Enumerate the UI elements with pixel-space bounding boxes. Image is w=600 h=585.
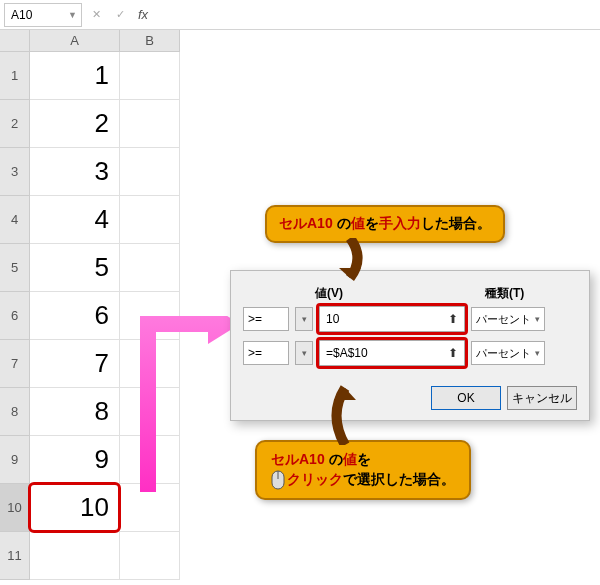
chevron-down-icon: ▾ [302, 348, 307, 358]
table-row: 11 [0, 52, 600, 100]
table-row: 33 [0, 148, 600, 196]
cell[interactable] [120, 340, 180, 388]
range-picker-icon[interactable]: ⬆ [448, 312, 458, 326]
row-header[interactable]: 11 [0, 532, 30, 580]
cancel-edit-icon: ✕ [86, 6, 106, 24]
callout-manual-entry: セルA10 の値を手入力した場合。 [265, 205, 505, 243]
table-row: 22 [0, 100, 600, 148]
row-header[interactable]: 6 [0, 292, 30, 340]
cell[interactable]: 9 [30, 436, 120, 484]
cell[interactable] [120, 436, 180, 484]
operator-dropdown-2-btn[interactable]: ▾ [295, 341, 313, 365]
cell[interactable]: 1 [30, 52, 120, 100]
cell[interactable] [120, 484, 180, 532]
cell[interactable]: 10 [30, 484, 120, 532]
cell[interactable] [120, 244, 180, 292]
operator-dropdown-2[interactable]: >= [243, 341, 289, 365]
ok-button[interactable]: OK [431, 386, 501, 410]
cell[interactable] [120, 148, 180, 196]
value-input-2[interactable]: =$A$10 ⬆ [319, 340, 465, 366]
row-header[interactable]: 9 [0, 436, 30, 484]
cell[interactable] [120, 292, 180, 340]
type-dropdown-1[interactable]: パーセント ▾ [471, 307, 545, 331]
row-header[interactable]: 4 [0, 196, 30, 244]
select-all-corner[interactable] [0, 30, 30, 52]
chevron-down-icon: ▾ [535, 348, 540, 358]
cell[interactable]: 7 [30, 340, 120, 388]
cell[interactable]: 3 [30, 148, 120, 196]
cancel-button[interactable]: キャンセル [507, 386, 577, 410]
row-header[interactable]: 1 [0, 52, 30, 100]
row-header[interactable]: 8 [0, 388, 30, 436]
cell[interactable] [120, 388, 180, 436]
cell[interactable]: 6 [30, 292, 120, 340]
name-box-value: A10 [11, 8, 32, 22]
dialog-type-label: 種類(T) [485, 285, 524, 302]
cell[interactable] [120, 196, 180, 244]
row-header[interactable]: 3 [0, 148, 30, 196]
confirm-edit-icon: ✓ [110, 6, 130, 24]
col-header-b[interactable]: B [120, 30, 180, 52]
fx-icon[interactable]: fx [138, 7, 148, 22]
name-box[interactable]: A10 ▼ [4, 3, 82, 27]
cell[interactable] [120, 100, 180, 148]
cell[interactable]: 2 [30, 100, 120, 148]
chevron-down-icon[interactable]: ▼ [68, 10, 77, 20]
row-header[interactable]: 5 [0, 244, 30, 292]
table-row: 11 [0, 532, 600, 580]
mouse-icon [271, 470, 285, 490]
row-header[interactable]: 7 [0, 340, 30, 388]
col-header-a[interactable]: A [30, 30, 120, 52]
cell[interactable]: 4 [30, 196, 120, 244]
chevron-down-icon: ▾ [535, 314, 540, 324]
cell[interactable] [120, 532, 180, 580]
operator-dropdown-1-btn[interactable]: ▾ [295, 307, 313, 331]
value-input-1[interactable]: 10 ⬆ [319, 306, 465, 332]
cell[interactable] [30, 532, 120, 580]
cell[interactable] [120, 52, 180, 100]
dialog-panel: 値(V) 種類(T) >= ▾ 10 ⬆ パーセント ▾ >= ▾ =$A$10… [230, 270, 590, 421]
chevron-down-icon: ▾ [302, 314, 307, 324]
dialog-value-label: 値(V) [315, 285, 477, 302]
row-header[interactable]: 2 [0, 100, 30, 148]
row-header[interactable]: 10 [0, 484, 30, 532]
operator-dropdown-1[interactable]: >= [243, 307, 289, 331]
range-picker-icon[interactable]: ⬆ [448, 346, 458, 360]
cell[interactable]: 5 [30, 244, 120, 292]
type-dropdown-2[interactable]: パーセント ▾ [471, 341, 545, 365]
callout-click-select: セルA10 の値を クリックで選択した場合。 [255, 440, 471, 500]
cell[interactable]: 8 [30, 388, 120, 436]
